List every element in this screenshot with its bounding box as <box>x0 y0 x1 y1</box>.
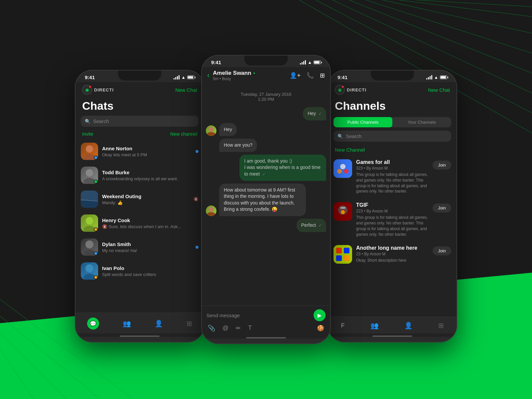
screen-left: ◉ DIRECTI New Chat Chats 🔍 Search Invite… <box>75 82 204 337</box>
nav-contacts[interactable]: 👤 <box>149 318 168 329</box>
logo-text-right: DIRECTI <box>347 87 366 92</box>
chat-meta-anne <box>196 150 199 153</box>
screen-center: ‹ Amelie Swann ● 5m • Busy 👤+ 📞 ⊞ T <box>202 67 330 338</box>
mention-icon[interactable]: @ <box>222 325 228 332</box>
msg-row-sent-good: I am good, thank you :)I was wondering w… <box>206 155 326 181</box>
nav-groups-icon: 👥 <box>123 320 131 328</box>
channel-meta-games: 323 • By Anson M <box>356 166 429 171</box>
channel-games[interactable]: Games for all 323 • By Anson M This grou… <box>328 155 457 198</box>
emoji-icon[interactable]: 🍪 <box>317 325 324 332</box>
channel-tgif[interactable]: TGIF 223 • By Anson M This group is for … <box>328 198 457 241</box>
status-dot-ivan <box>94 275 98 279</box>
channel-meta-another: 23 • By Anson M <box>356 252 429 256</box>
status-dot-dylan <box>94 251 98 255</box>
nav-more[interactable]: ⊞ <box>181 318 198 329</box>
svg-rect-37 <box>333 245 352 264</box>
chat-item-weekend[interactable]: Weekend Outing Mandy: 👍 🔇 <box>75 187 204 211</box>
chat-info-ivan: Ivan Polo Split words and save critters <box>102 265 199 277</box>
invite-btn[interactable]: Invite <box>82 131 93 137</box>
new-channel-btn[interactable]: New channel <box>170 131 197 137</box>
battery-left <box>187 75 195 79</box>
nav-contacts-icon-right: 👤 <box>404 322 413 330</box>
msg-recv-hey: Hey <box>219 123 237 136</box>
time-center: 9:41 <box>211 60 221 65</box>
grid-btn[interactable]: ⊞ <box>320 72 325 79</box>
chat-item-ivan[interactable]: Ivan Polo Split words and save critters <box>75 259 204 283</box>
nav-more-right[interactable]: ⊞ <box>433 320 449 331</box>
nav-groups-right[interactable]: 👥 <box>365 320 384 331</box>
nav-contacts-icon: 👤 <box>155 320 163 328</box>
screen-right: ◉ DIRECTI New Chat Channels Public Chann… <box>328 82 457 337</box>
list-header: Invite New channel <box>75 130 204 139</box>
channel-info-tgif: TGIF 223 • By Anson M This group is for … <box>356 202 429 237</box>
channel-name-another: Another long name here <box>356 245 429 251</box>
app-header-left: ◉ DIRECTI New Chat <box>75 82 204 97</box>
chat-name-weekend: Weekend Outing <box>102 194 190 199</box>
svg-rect-41 <box>344 255 349 261</box>
status-dot-todd <box>94 180 98 184</box>
nav-chats[interactable]: 💬 <box>82 316 104 331</box>
svg-point-25 <box>208 127 214 132</box>
signal-right <box>426 75 432 79</box>
chat-name-henry: Henry Cook <box>102 217 199 223</box>
svg-rect-17 <box>81 200 98 208</box>
call-btn[interactable]: 📞 <box>307 72 314 79</box>
channel-meta-tgif: 223 • By Anson M <box>356 209 429 213</box>
chat-info-weekend: Weekend Outing Mandy: 👍 <box>102 194 190 205</box>
home-bar-left <box>120 335 160 337</box>
nav-contacts-right[interactable]: 👤 <box>399 320 418 331</box>
nav-groups[interactable]: 👥 <box>117 318 136 329</box>
nav-chats-icon: 💬 <box>87 318 99 330</box>
join-tgif-btn[interactable]: Join <box>433 203 451 212</box>
search-icon-right: 🔍 <box>337 134 343 139</box>
channel-name-games: Games for all <box>356 159 429 165</box>
wifi-right: ▲ <box>434 75 438 80</box>
new-chat-left[interactable]: New Chat <box>175 87 197 93</box>
search-bar-right[interactable]: 🔍 Search <box>333 131 451 142</box>
search-bar-left[interactable]: 🔍 Search <box>81 116 199 127</box>
attach-icon[interactable]: 📎 <box>208 325 215 332</box>
chat-list: Anne Norton Okay lets meet at 5 PM <box>75 139 204 313</box>
phone-left: 9:41 ▲ ◉ <box>75 70 204 342</box>
channel-avatar-games <box>333 159 352 178</box>
msg-avatar-amelie-1 <box>206 125 216 136</box>
message-input[interactable]: Send message <box>206 313 311 318</box>
chat-preview-anne: Okay lets meet at 5 PM <box>102 152 192 157</box>
tab-your-channels[interactable]: Your Channels <box>392 117 451 127</box>
channel-info-another: Another long name here 23 • By Anson M O… <box>356 245 429 263</box>
message-input-area: Send message ▶ 📎 @ ✏ T 🍪 <box>202 306 330 335</box>
chat-item-dylan[interactable]: Dylan Smith My no means! Ha! <box>75 235 204 259</box>
chat-item-todd[interactable]: Todd Burke A snowboarding odyssey is all… <box>75 163 204 187</box>
home-bar-center <box>246 337 286 338</box>
chat-item-anne[interactable]: Anne Norton Okay lets meet at 5 PM <box>75 139 204 163</box>
add-contact-btn[interactable]: 👤+ <box>290 72 301 79</box>
tab-public-channels[interactable]: Public Channels <box>333 117 392 127</box>
new-channel-label[interactable]: New Channel <box>328 145 457 155</box>
status-icons-right: ▲ <box>426 75 447 80</box>
msg-row-recv-hey: Hey <box>206 123 326 136</box>
chat-header: ‹ Amelie Swann ● 5m • Busy 👤+ 📞 ⊞ <box>202 67 330 84</box>
channel-desc-another: Okay. Short description here <box>356 258 429 263</box>
send-button[interactable]: ▶ <box>314 309 326 321</box>
join-games-btn[interactable]: Join <box>433 161 451 170</box>
chat-preview-weekend: Mandy: 👍 <box>102 200 190 205</box>
notch-left <box>118 70 161 80</box>
text-icon[interactable]: T <box>248 325 252 332</box>
channel-another[interactable]: Another long name here 23 • By Anson M O… <box>328 241 457 268</box>
msg-sent-good: I am good, thank you :)I was wondering w… <box>239 155 326 181</box>
nav-chats-right[interactable]: F <box>336 321 350 331</box>
bottom-nav-right: F 👥 👤 ⊞ <box>328 317 457 333</box>
logo-dot-left <box>89 85 91 88</box>
back-button[interactable]: ‹ <box>207 71 209 80</box>
notch-center <box>244 56 288 66</box>
new-chat-right[interactable]: New Chat <box>428 87 450 93</box>
join-another-btn[interactable]: Join <box>433 246 451 255</box>
svg-point-26 <box>207 132 215 136</box>
msg-row-sent-hey: Hey ✓ <box>206 107 326 120</box>
logo-circle-left: ◉ <box>82 85 92 95</box>
svg-rect-39 <box>344 248 349 253</box>
online-indicator: ● <box>253 71 255 75</box>
edit-icon[interactable]: ✏ <box>236 325 241 332</box>
chat-item-henry[interactable]: Henry Cook 🔇 Sure, lets discuss when I a… <box>75 211 204 235</box>
logo-text-left: DIRECTI <box>94 87 114 92</box>
